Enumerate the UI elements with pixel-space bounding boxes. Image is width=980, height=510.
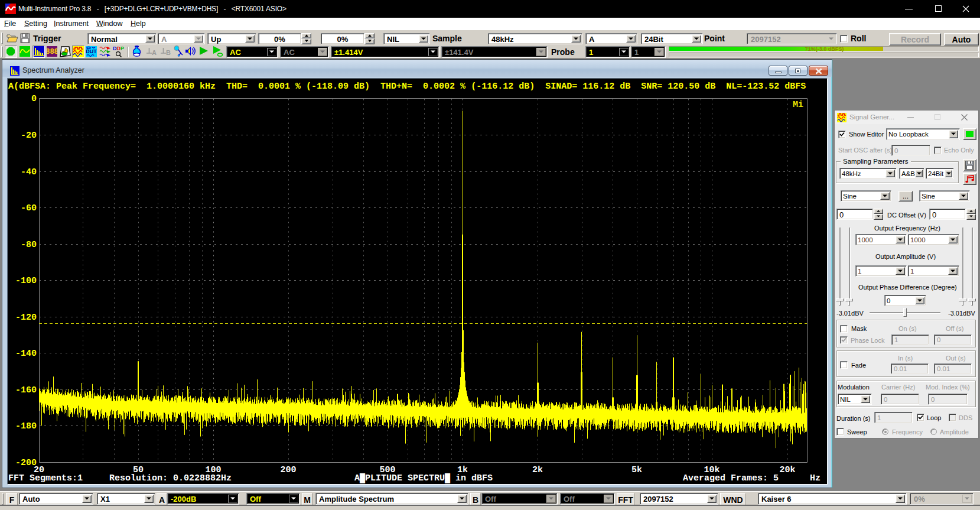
svg-text:B: B [166, 49, 171, 56]
svg-text:Hz: Hz [810, 473, 821, 483]
svg-text:-140: -140 [15, 349, 37, 359]
svg-text:5k: 5k [631, 465, 642, 475]
svg-text:-20: -20 [21, 131, 37, 141]
svg-text:-80: -80 [21, 240, 37, 250]
svg-text:DDP: DDP [113, 46, 124, 51]
svg-text:0: 0 [31, 94, 37, 104]
svg-text:A: A [152, 49, 157, 56]
svg-text:-100: -100 [15, 276, 37, 286]
svg-text:FFT Segments:1: FFT Segments:1 [8, 473, 83, 483]
svg-text:-40: -40 [21, 167, 37, 177]
svg-text:Mi: Mi [793, 100, 803, 110]
svg-text:2k: 2k [532, 465, 543, 475]
svg-text:-180: -180 [15, 421, 37, 431]
svg-text:Resolution: 0.0228882Hz: Resolution: 0.0228882Hz [109, 473, 232, 483]
svg-text:200: 200 [280, 465, 296, 475]
svg-text:-160: -160 [15, 385, 37, 395]
svg-text:DUT: DUT [86, 48, 97, 54]
svg-text:-120: -120 [15, 313, 37, 323]
svg-text:Averaged Frames: 5: Averaged Frames: 5 [683, 473, 779, 483]
svg-text:20k: 20k [779, 465, 795, 475]
svg-text:A(dBFSA: Peak Frequency= 1.00: A(dBFSA: Peak Frequency= 1.0000160 kHz T… [8, 82, 806, 92]
svg-text:888: 888 [47, 48, 57, 56]
svg-text:-60: -60 [21, 203, 37, 213]
svg-text:A█PLITUDE SPECTRU█ in dBFS: A█PLITUDE SPECTRU█ in dBFS [354, 473, 493, 483]
